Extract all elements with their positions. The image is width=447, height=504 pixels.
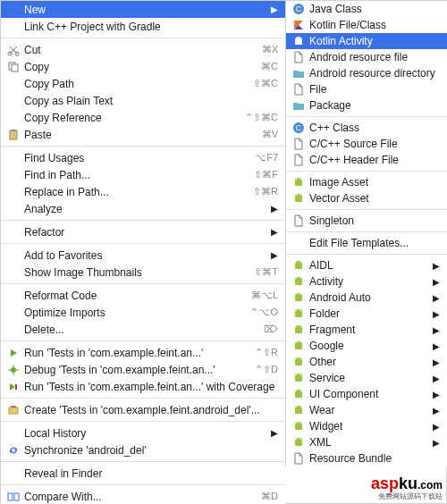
submenu-arrow-icon: ▶: [433, 406, 440, 416]
submenu-arrow-icon: ▶: [271, 250, 278, 260]
menu-item-label: Vector Asset: [309, 192, 440, 205]
main-item-find-usages[interactable]: Find Usages⌥F7: [1, 149, 285, 166]
main-item-synchronize[interactable]: Synchronize 'android_del': [1, 441, 285, 458]
main-item-new[interactable]: New▶: [1, 1, 285, 18]
sub-item-kotlin-activity[interactable]: Kotlin Activity: [286, 33, 447, 49]
svg-rect-30: [295, 181, 302, 186]
sub-item-kotlin-file[interactable]: Kotlin File/Class: [286, 17, 447, 33]
main-item-replace-in-path[interactable]: Replace in Path...⇧⌘R: [1, 183, 285, 200]
menu-item-label: UI Component: [309, 388, 429, 400]
sub-item-google[interactable]: Google▶: [286, 338, 447, 354]
sub-item-res-dir[interactable]: Android resource directory: [286, 65, 447, 81]
menu-item-label: Android resource directory: [309, 67, 440, 80]
sub-item-cpp-src[interactable]: C/C++ Source File: [286, 136, 447, 152]
submenu-arrow-icon: ▶: [433, 357, 440, 367]
menu-item-label: Paste: [24, 129, 257, 141]
submenu-arrow-icon: ▶: [271, 428, 278, 438]
main-item-analyze[interactable]: Analyze▶: [1, 200, 285, 217]
main-item-reveal[interactable]: Reveal in Finder: [1, 465, 285, 482]
shortcut: ⇧⌘R: [253, 186, 278, 197]
compare-icon: [6, 490, 21, 504]
menu-item-label: Wear: [309, 404, 429, 416]
sub-item-vector-asset[interactable]: Vector Asset: [286, 190, 447, 206]
main-item-thumbs[interactable]: Show Image Thumbnails⇧⌘T: [1, 264, 285, 281]
svg-point-38: [299, 262, 300, 263]
sub-item-ui-component[interactable]: UI Component▶: [286, 386, 447, 402]
menu-item-label: Kotlin Activity: [309, 35, 440, 47]
main-item-coverage[interactable]: Run 'Tests in 'com.example.feint.an...' …: [1, 378, 285, 395]
sub-item-aidl[interactable]: AIDL▶: [286, 257, 447, 273]
sub-item-android-auto[interactable]: Android Auto▶: [286, 290, 447, 306]
main-item-delete[interactable]: Delete...⌦: [1, 321, 285, 338]
main-item-fav[interactable]: Add to Favorites▶: [1, 247, 285, 264]
menu-item-label: XML: [309, 436, 429, 449]
menu-item-label: C/C++ Source File: [309, 138, 440, 150]
separator: [286, 171, 447, 172]
main-item-paste[interactable]: Paste⌘V: [1, 126, 285, 143]
sub-item-package[interactable]: Package: [286, 97, 447, 113]
main-item-local-history[interactable]: Local History▶: [1, 424, 285, 441]
svg-point-70: [296, 439, 297, 440]
sub-item-edit-templates[interactable]: Edit File Templates...: [286, 235, 447, 251]
main-item-cut[interactable]: Cut⌘X: [1, 41, 285, 58]
menu-item-label: Kotlin File/Class: [309, 19, 440, 31]
sub-item-java-class[interactable]: CJava Class: [286, 1, 447, 17]
android-icon: [291, 290, 306, 305]
main-item-compare[interactable]: Compare With...⌘D: [1, 488, 285, 504]
shortcut: ⌘C: [261, 61, 278, 72]
svg-point-71: [299, 439, 300, 440]
menu-item-label: C++ Class: [309, 122, 440, 134]
menu-item-label: Package: [309, 99, 440, 112]
android-icon: [291, 355, 306, 369]
submenu-arrow-icon: ▶: [433, 261, 440, 271]
main-item-reformat[interactable]: Reformat Code⌘⌥L: [1, 287, 285, 304]
sub-item-file[interactable]: File: [286, 81, 447, 97]
sub-item-singleton[interactable]: Singleton: [286, 213, 447, 229]
main-item-copy-plain[interactable]: Copy as Plain Text: [1, 92, 285, 109]
main-item-refactor[interactable]: Refactor▶: [1, 223, 285, 240]
sub-item-image-asset[interactable]: Image Asset: [286, 174, 447, 190]
copy-icon: [6, 60, 21, 74]
svg-rect-18: [8, 493, 13, 500]
sub-item-cpp-class[interactable]: CC++ Class: [286, 120, 447, 136]
sub-item-service[interactable]: Service▶: [286, 370, 447, 386]
menu-item-label: Debug 'Tests in 'com.example.feint.an...…: [24, 364, 249, 376]
sub-item-activity[interactable]: Activity▶: [286, 273, 447, 290]
sub-item-wear[interactable]: Wear▶: [286, 402, 447, 418]
sub-item-widget[interactable]: Widget▶: [286, 418, 447, 434]
blank-icon: [6, 20, 21, 34]
blank-icon: [6, 3, 21, 17]
menu-item-label: Java Class: [309, 3, 440, 15]
svg-rect-69: [295, 441, 302, 446]
android-icon: [291, 258, 306, 273]
sub-item-other[interactable]: Other▶: [286, 354, 447, 370]
main-item-find-in-path[interactable]: Find in Path...⇧⌘F: [1, 166, 285, 183]
sub-item-cpp-hdr[interactable]: C/C++ Header File: [286, 152, 447, 168]
submenu-arrow-icon: ▶: [433, 438, 440, 448]
file-icon: [291, 137, 306, 151]
android-icon: [291, 371, 306, 385]
main-item-copy-ref[interactable]: Copy Reference⌃⇧⌘C: [1, 109, 285, 126]
main-item-optimize[interactable]: Optimize Imports⌃⌥O: [1, 304, 285, 321]
sub-item-res-bundle[interactable]: Resource Bundle: [286, 450, 447, 466]
new-submenu: CJava ClassKotlin File/ClassKotlin Activ…: [285, 1, 447, 466]
menu-item-label: Singleton: [309, 214, 440, 227]
menu-item-label: Optimize Imports: [24, 307, 245, 319]
folder-icon: [291, 66, 306, 80]
main-item-link-cpp[interactable]: Link C++ Project with Gradle: [1, 18, 285, 35]
sub-item-folder[interactable]: Folder▶: [286, 306, 447, 322]
sub-item-res-file[interactable]: Android resource file: [286, 49, 447, 65]
svg-point-27: [299, 38, 300, 38]
main-item-create-tests[interactable]: Create 'Tests in 'com.example.feint.andr…: [1, 401, 285, 418]
shortcut: ⌃⇧R: [255, 347, 278, 358]
main-item-debug[interactable]: Debug 'Tests in 'com.example.feint.an...…: [1, 361, 285, 378]
main-item-copy[interactable]: Copy⌘C: [1, 58, 285, 75]
main-item-copy-path[interactable]: Copy Path⇧⌘C: [1, 75, 285, 92]
svg-rect-45: [295, 312, 302, 317]
main-item-run[interactable]: Run 'Tests in 'com.example.feint.an...'⌃…: [1, 344, 285, 361]
sub-item-fragment[interactable]: Fragment▶: [286, 322, 447, 338]
android-icon: [291, 191, 306, 206]
separator: [286, 231, 447, 232]
file-icon: [291, 50, 306, 64]
sub-item-xml[interactable]: XML▶: [286, 434, 447, 450]
